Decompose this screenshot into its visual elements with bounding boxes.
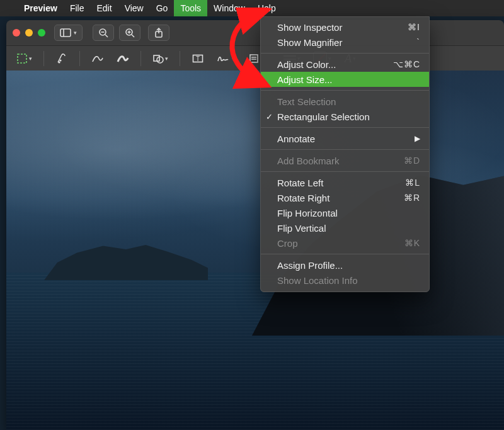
zoom-in-button[interactable] [119, 25, 140, 41]
zoom-out-button[interactable] [93, 25, 114, 41]
menu-file[interactable]: File [64, 0, 91, 16]
tools-menu-item[interactable]: Rotate Left⌘L [261, 175, 429, 190]
menu-item-label: Rectangular Selection [277, 111, 370, 122]
menu-item-label: Show Location Info [277, 275, 358, 286]
tools-menu-item[interactable]: Flip Horizontal [261, 205, 429, 220]
menu-app[interactable]: Preview [18, 0, 64, 16]
svg-rect-11 [18, 54, 26, 63]
separator [79, 51, 80, 66]
menu-item-label: Show Magnifier [277, 37, 342, 48]
menu-item-label: Rotate Right [277, 193, 329, 203]
menu-item-label: Crop [277, 238, 298, 249]
tools-menu-item[interactable]: Assign Profile... [261, 257, 429, 273]
svg-point-15 [157, 57, 163, 63]
tools-menu-item[interactable]: Annotate▶ [261, 131, 429, 146]
menu-item-label: Show Inspector [277, 22, 342, 33]
menu-item-shortcut: ⌥⌘C [393, 59, 420, 69]
menu-item-shortcut: ⌘K [404, 238, 420, 248]
sketch-tool[interactable] [88, 50, 108, 67]
fullscreen-window-button[interactable] [38, 29, 45, 37]
tools-menu-item[interactable]: Rotate Right⌘R [261, 190, 429, 205]
menu-go[interactable]: Go [150, 0, 175, 16]
tools-menu-item[interactable]: Flip Vertical [261, 220, 429, 235]
menu-item-label: Rotate Left [277, 178, 323, 188]
submenu-arrow-icon: ▶ [415, 134, 420, 143]
svg-point-13 [59, 62, 60, 63]
menu-item-shortcut: ⌘L [405, 178, 420, 188]
tools-menu-item[interactable]: Show Magnifier` [261, 35, 429, 50]
menu-item-label: Add Bookmark [277, 156, 339, 166]
sidebar-button[interactable]: ▾ [54, 25, 83, 41]
menu-help[interactable]: Help [251, 0, 282, 16]
chevron-down-icon: ▾ [74, 30, 77, 36]
tools-menu-item[interactable]: ✓Rectangular Selection [261, 109, 429, 124]
menu-item-label: Adjust Size... [277, 74, 333, 85]
minimize-window-button[interactable] [25, 29, 33, 37]
tools-dropdown: Show Inspector⌘IShow Magnifier`Adjust Co… [260, 16, 430, 292]
menu-item-label: Annotate [277, 133, 315, 144]
svg-text:T: T [196, 55, 200, 62]
chevron-down-icon: ▾ [165, 55, 168, 62]
menu-item-label: Text Selection [277, 96, 336, 107]
menu-tools[interactable]: Tools [174, 0, 207, 16]
menu-item-label: Flip Horizontal [277, 208, 338, 218]
tools-menu-item[interactable]: Adjust Color...⌥⌘C [261, 57, 429, 72]
instant-alpha-tool[interactable] [52, 50, 72, 67]
chevron-down-icon: ▾ [29, 55, 32, 62]
menu-item-shortcut: ⌘D [404, 156, 420, 166]
menu-item-label: Assign Profile... [277, 260, 343, 271]
menu-edit[interactable]: Edit [91, 0, 118, 16]
tools-menu-item[interactable]: Adjust Size... [261, 72, 429, 87]
menu-window[interactable]: Window [207, 0, 251, 16]
svg-line-6 [132, 35, 134, 37]
svg-point-12 [60, 60, 61, 61]
chevron-down-icon: ▾ [232, 55, 235, 62]
svg-line-3 [105, 35, 108, 37]
tools-menu-item[interactable]: Show Inspector⌘I [261, 20, 429, 35]
svg-rect-18 [250, 55, 258, 62]
menu-item-shortcut: ` [416, 37, 420, 47]
menu-item-label: Adjust Color... [277, 59, 336, 70]
menu-item-shortcut: ⌘R [404, 193, 420, 203]
traffic-lights [13, 29, 45, 37]
separator [180, 51, 180, 66]
tools-menu-item: Add Bookmark⌘D [261, 153, 429, 168]
draw-tool[interactable] [113, 50, 133, 67]
tools-menu-item: Show Location Info [261, 273, 429, 288]
shapes-tool[interactable]: ▾ [149, 50, 172, 67]
text-tool[interactable]: T [188, 50, 208, 67]
separator [43, 51, 44, 66]
menu-item-shortcut: ⌘I [408, 22, 420, 32]
svg-rect-0 [60, 29, 71, 37]
menu-view[interactable]: View [118, 0, 150, 16]
tools-menu-item: Text Selection [261, 94, 429, 109]
separator [140, 51, 141, 66]
share-button[interactable] [148, 25, 169, 41]
menu-item-label: Flip Vertical [277, 223, 326, 234]
close-window-button[interactable] [13, 29, 20, 37]
check-icon: ✓ [266, 112, 273, 122]
tools-menu-item: Crop⌘K [261, 235, 429, 251]
sign-tool[interactable]: ▾ [213, 50, 239, 67]
menubar: Preview File Edit View Go Tools Window H… [0, 0, 504, 16]
selection-tool[interactable]: ▾ [13, 50, 36, 67]
